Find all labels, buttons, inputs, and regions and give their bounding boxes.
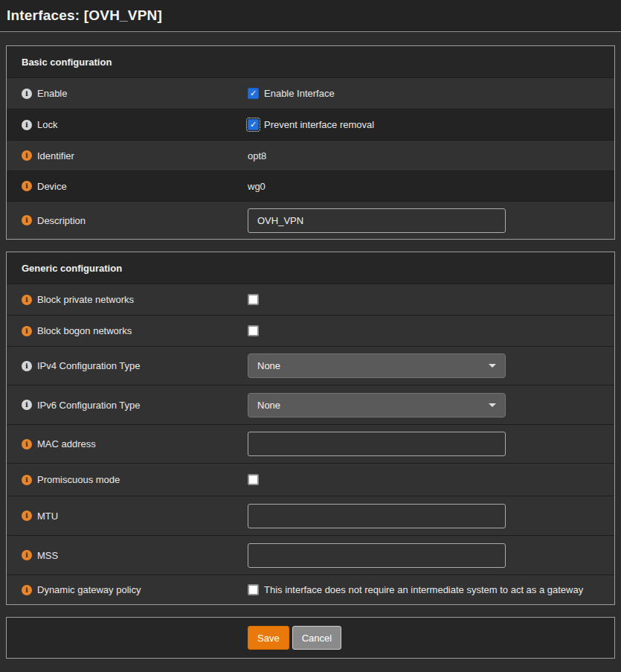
field-label: i Enable bbox=[7, 88, 248, 99]
checkbox-label: This interface does not require an inter… bbox=[264, 584, 583, 595]
field-label-text: Block private networks bbox=[37, 294, 134, 305]
generic-configuration-section: Generic configuration i Block private ne… bbox=[6, 252, 615, 605]
field-label: i Dynamic gateway policy bbox=[7, 584, 248, 595]
device-value: wg0 bbox=[248, 181, 266, 192]
form-row-ipv6-type: i IPv6 Configuration Type None bbox=[7, 385, 614, 424]
form-row-ipv4-type: i IPv4 Configuration Type None bbox=[7, 346, 614, 385]
ipv4-config-type-select[interactable]: None bbox=[248, 353, 506, 378]
field-label-text: Enable bbox=[37, 88, 67, 99]
field-label: i MTU bbox=[7, 511, 248, 522]
form-row-enable: i Enable ✓ Enable Interface bbox=[7, 77, 614, 109]
page-title: Interfaces: [OVH_VPN] bbox=[7, 7, 162, 24]
field-label-text: Promiscuous mode bbox=[37, 474, 120, 485]
form-row-mtu: i MTU bbox=[7, 496, 614, 535]
section-header-generic: Generic configuration bbox=[7, 252, 614, 284]
form-row-dynamic-gateway: i Dynamic gateway policy This interface … bbox=[7, 575, 614, 604]
mac-address-input[interactable] bbox=[248, 432, 506, 456]
field-label: i MAC address bbox=[7, 438, 248, 449]
block-bogon-checkbox[interactable] bbox=[248, 325, 259, 336]
info-icon[interactable]: i bbox=[22, 295, 32, 305]
page-header: Interfaces: [OVH_VPN] bbox=[0, 0, 621, 32]
info-icon[interactable]: i bbox=[22, 361, 32, 371]
form-row-promiscuous: i Promiscuous mode bbox=[7, 463, 614, 496]
form-row-identifier: i Identifier opt8 bbox=[7, 140, 614, 170]
field-label-text: Dynamic gateway policy bbox=[37, 584, 141, 595]
lock-checkbox[interactable]: ✓ bbox=[248, 119, 259, 130]
field-label-text: MAC address bbox=[37, 438, 96, 449]
select-value: None bbox=[257, 400, 489, 411]
info-icon[interactable]: i bbox=[22, 181, 32, 191]
main-content: Basic configuration i Enable ✓ Enable In… bbox=[0, 32, 621, 659]
field-label: i Identifier bbox=[7, 150, 248, 161]
form-row-block-private: i Block private networks bbox=[7, 284, 614, 315]
info-icon[interactable]: i bbox=[22, 150, 32, 161]
form-row-mac-address: i MAC address bbox=[7, 424, 614, 463]
field-label: i Device bbox=[7, 181, 248, 192]
basic-configuration-section: Basic configuration i Enable ✓ Enable In… bbox=[6, 45, 615, 240]
cancel-button[interactable]: Cancel bbox=[292, 626, 341, 650]
field-label: i Promiscuous mode bbox=[7, 474, 248, 485]
info-icon[interactable]: i bbox=[22, 400, 32, 410]
caret-down-icon bbox=[489, 403, 496, 407]
field-label: i MSS bbox=[7, 550, 248, 561]
field-label: i Lock bbox=[7, 119, 248, 130]
info-icon[interactable]: i bbox=[22, 120, 32, 130]
field-label-text: IPv4 Configuration Type bbox=[37, 360, 141, 371]
info-icon[interactable]: i bbox=[22, 550, 32, 560]
field-label: i Description bbox=[7, 215, 248, 226]
ipv6-config-type-select[interactable]: None bbox=[248, 393, 506, 417]
field-label: i Block bogon networks bbox=[7, 325, 248, 336]
info-icon[interactable]: i bbox=[22, 585, 32, 595]
checkbox-label: Prevent interface removal bbox=[264, 119, 374, 130]
field-label-text: IPv6 Configuration Type bbox=[37, 400, 141, 411]
caret-down-icon bbox=[489, 364, 496, 368]
form-actions: Save Cancel bbox=[6, 617, 615, 659]
block-private-checkbox[interactable] bbox=[248, 294, 259, 305]
field-label-text: Lock bbox=[37, 119, 57, 130]
field-label: i IPv6 Configuration Type bbox=[7, 400, 248, 411]
info-icon[interactable]: i bbox=[22, 439, 32, 449]
select-value: None bbox=[257, 360, 489, 371]
save-button[interactable]: Save bbox=[248, 626, 289, 650]
mtu-input[interactable] bbox=[248, 504, 506, 528]
info-icon[interactable]: i bbox=[22, 511, 32, 521]
mss-input[interactable] bbox=[248, 543, 506, 568]
enable-interface-checkbox[interactable]: ✓ bbox=[248, 88, 259, 99]
field-label-text: Description bbox=[37, 215, 86, 226]
field-label-text: Block bogon networks bbox=[37, 325, 132, 336]
field-label: i Block private networks bbox=[7, 294, 248, 305]
field-label-text: Identifier bbox=[37, 150, 74, 161]
form-row-lock: i Lock ✓ Prevent interface removal bbox=[7, 109, 614, 140]
form-row-description: i Description bbox=[7, 201, 614, 239]
section-header-basic: Basic configuration bbox=[7, 46, 614, 77]
identifier-value: opt8 bbox=[248, 150, 266, 161]
field-label-text: MTU bbox=[37, 511, 58, 522]
check-icon: ✓ bbox=[250, 121, 257, 129]
form-row-device: i Device wg0 bbox=[7, 170, 614, 201]
checkbox-label: Enable Interface bbox=[264, 88, 335, 99]
info-icon[interactable]: i bbox=[22, 215, 32, 225]
field-label: i IPv4 Configuration Type bbox=[7, 360, 248, 371]
info-icon[interactable]: i bbox=[22, 326, 32, 336]
form-row-block-bogon: i Block bogon networks bbox=[7, 315, 614, 346]
field-label-text: MSS bbox=[37, 550, 58, 561]
description-input[interactable] bbox=[248, 208, 506, 233]
form-row-mss: i MSS bbox=[7, 535, 614, 575]
promiscuous-mode-checkbox[interactable] bbox=[248, 474, 259, 485]
info-icon[interactable]: i bbox=[22, 475, 32, 485]
dynamic-gateway-checkbox[interactable] bbox=[248, 584, 259, 595]
info-icon[interactable]: i bbox=[22, 89, 32, 99]
field-label-text: Device bbox=[37, 181, 67, 192]
check-icon: ✓ bbox=[250, 89, 257, 97]
